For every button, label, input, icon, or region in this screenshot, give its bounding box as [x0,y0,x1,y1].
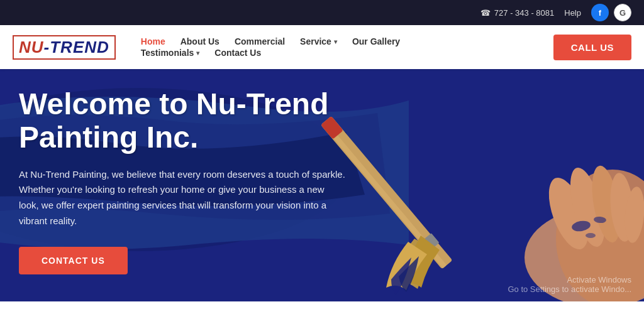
watermark: Activate Windows Go to Settings to activ… [508,275,631,294]
call-button[interactable]: CALL US [553,35,631,60]
watermark-line2: Go to Settings to activate Windo... [508,284,631,294]
social-icons: f G [591,4,631,21]
nav-item-testimonials[interactable]: Testimonials ▾ [141,48,200,58]
top-bar: ☎ 727 - 343 - 8081 Help f G [0,0,644,25]
contact-us-button[interactable]: CONTACT US [19,247,128,274]
nav-bottom: Testimonials ▾ Contact Us [141,48,400,58]
svg-point-11 [586,233,596,238]
help-link[interactable]: Help [564,8,581,18]
nav-top: Home About Us Commercial Service ▾ Our G… [141,36,400,46]
logo-text: Nu-TREND [13,35,116,60]
hero-description: At Nu-Trend Painting, we believe that ev… [19,167,346,229]
hero-title: Welcome to Nu-Trend Painting Inc. [19,88,384,154]
hero-content: Welcome to Nu-Trend Painting Inc. At Nu-… [19,88,384,274]
nav-item-service[interactable]: Service ▾ [300,36,337,46]
service-chevron: ▾ [334,38,337,45]
navbar: Nu-TREND Home About Us Commercial Servic… [0,25,644,69]
phone-number: 727 - 343 - 8081 [494,8,554,18]
phone-icon: ☎ [480,8,491,18]
facebook-icon[interactable]: f [591,4,609,21]
nav-item-about[interactable]: About Us [180,36,219,46]
logo[interactable]: Nu-TREND [13,35,116,60]
google-icon[interactable]: G [614,4,631,21]
watermark-line1: Activate Windows [508,275,631,284]
nav-item-gallery[interactable]: Our Gallery [352,36,400,46]
nav-item-home[interactable]: Home [141,36,165,46]
hero-section: Welcome to Nu-Trend Painting Inc. At Nu-… [0,69,644,301]
nav-rows: Home About Us Commercial Service ▾ Our G… [141,36,400,58]
nav-item-commercial[interactable]: Commercial [235,36,285,46]
nav-item-contact[interactable]: Contact Us [214,48,261,58]
phone-area: ☎ 727 - 343 - 8081 [480,8,554,18]
testimonials-chevron: ▾ [196,50,199,57]
